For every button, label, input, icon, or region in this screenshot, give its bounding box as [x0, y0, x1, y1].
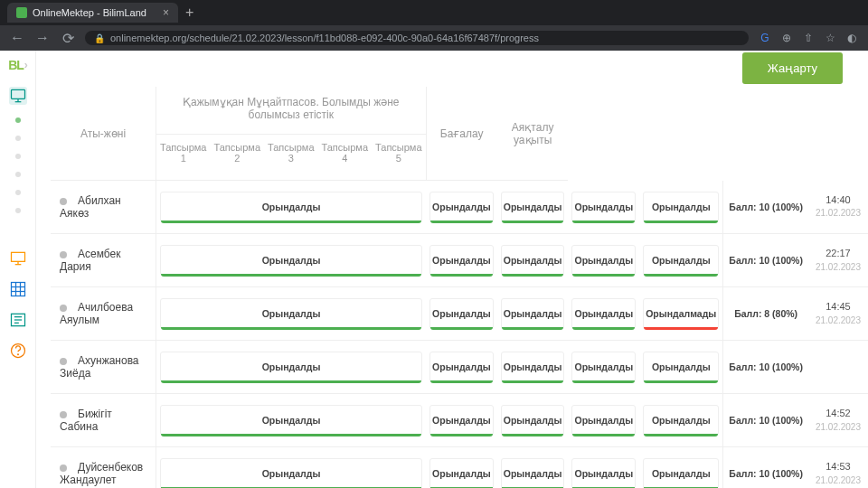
task-cell: Орындалды [497, 234, 569, 287]
tab-title: OnlineMektep - BilimLand [33, 7, 146, 18]
nav-dot[interactable] [15, 208, 21, 213]
logo[interactable]: BL › [8, 58, 27, 72]
task-cell: Орындалды [156, 181, 426, 234]
task-cell: Орындалды [156, 234, 426, 287]
table-row: Ачилбоева АяулымОрындалдыОрындалдыОрында… [51, 287, 868, 341]
task-badge[interactable]: Орындалды [501, 405, 565, 436]
name-header-label: Аты-жөні [51, 100, 156, 167]
url-input[interactable]: 🔒 onlinemektep.org/schedule/21.02.2023/l… [85, 31, 749, 45]
sidebar: BL › [0, 51, 36, 488]
nav-dot[interactable] [15, 190, 21, 195]
task-badge[interactable]: Орындалды [643, 245, 719, 276]
task-badge[interactable]: Орындалды [643, 192, 719, 222]
task-cell: Орындалды [639, 341, 723, 394]
task-cell: Орындалды [568, 341, 639, 394]
task-badge[interactable]: Орындалды [571, 298, 636, 329]
presentation-icon[interactable] [9, 249, 27, 267]
task-badge[interactable]: Орындалды [643, 405, 719, 436]
sidebar-nav-top [9, 87, 27, 213]
update-button[interactable]: Жаңарту [742, 52, 843, 84]
student-name: Бижігіт Сабина [60, 408, 112, 433]
monitor-icon[interactable] [9, 87, 27, 105]
task-badge[interactable]: Орындалды [501, 352, 565, 382]
task-badge[interactable]: Орындалды [501, 192, 565, 222]
svg-rect-3 [11, 252, 24, 261]
task-cell: Орындалды [639, 447, 723, 489]
address-bar: ← → ⟳ 🔒 onlinemektep.org/schedule/21.02.… [0, 25, 868, 51]
new-tab-button[interactable]: + [185, 5, 193, 21]
lesson-title-header: Қажымұқан Мұңайтпасов. Болымды және болы… [156, 87, 426, 181]
nav-dot[interactable] [15, 136, 21, 141]
student-name: Асембек Дария [60, 248, 120, 273]
news-icon[interactable] [9, 311, 27, 329]
extension-icons: G ⊕ ⇧ ☆ ◐ [758, 31, 859, 45]
task-badge[interactable]: Орындалды [501, 298, 565, 329]
status-dot-icon [60, 411, 67, 418]
url-text: onlinemektep.org/schedule/21.02.2023/les… [110, 33, 539, 43]
task-cell: Орындалды [568, 181, 639, 234]
status-dot-icon [60, 358, 67, 365]
share-icon[interactable]: ⇧ [801, 31, 816, 45]
task-badge[interactable]: Орындалды [429, 245, 494, 276]
time-cell: 14:4021.02.2023 [808, 181, 868, 234]
forward-icon[interactable]: → [34, 30, 51, 46]
svg-point-16 [17, 354, 18, 355]
student-name: Ахунжанова Зиёда [60, 354, 139, 380]
task-badge[interactable]: Орындалды [643, 352, 719, 382]
back-icon[interactable]: ← [9, 30, 25, 46]
task-header: Тапсырма 5 [372, 135, 426, 171]
task-badge[interactable]: Орындалды [429, 405, 494, 436]
time-cell: 14:4521.02.2023 [808, 287, 868, 341]
task-badge[interactable]: Орындалды [429, 352, 494, 382]
task-badge[interactable]: Орындалды [160, 458, 422, 488]
nav-dot-active[interactable] [15, 117, 21, 123]
table-row: Бижігіт СабинаОрындалдыОрындалдыОрындалд… [51, 394, 868, 447]
task-badge[interactable]: Орындалды [160, 298, 422, 329]
time-cell [808, 341, 868, 394]
name-cell: Абилхан Аякөз [51, 181, 156, 234]
google-icon[interactable]: G [758, 31, 772, 45]
table-body: Абилхан АякөзОрындалдыОрындалдыОрындалды… [51, 181, 868, 489]
help-icon[interactable] [9, 342, 27, 360]
task-cell: Орындалды [568, 234, 639, 287]
task-cell: Орындалды [568, 394, 639, 447]
reload-icon[interactable]: ⟳ [60, 30, 76, 46]
score-cell: Балл: 8 (80%) [723, 287, 808, 341]
task-badge[interactable]: Орындалды [571, 405, 636, 436]
task-badge[interactable]: Орындалды [160, 192, 422, 222]
nav-dot[interactable] [15, 154, 21, 159]
task-badge[interactable]: Орындалды [643, 458, 719, 488]
task-cell: Орындалды [497, 394, 569, 447]
status-dot-icon [60, 305, 67, 312]
task-badge[interactable]: Орындалды [501, 245, 565, 276]
task-cell: Орындалмады [639, 287, 723, 341]
task-badge[interactable]: Орындалды [429, 192, 494, 222]
task-cell: Орындалды [497, 287, 569, 341]
table-icon[interactable] [9, 280, 27, 298]
profile-icon[interactable]: ◐ [844, 31, 859, 45]
task-header: Тапсырма 1 [156, 135, 211, 171]
status-dot-icon [60, 198, 67, 205]
task-badge[interactable]: Орындалды [429, 298, 494, 329]
task-badge[interactable]: Орындалды [571, 352, 636, 382]
close-tab-icon[interactable]: × [163, 6, 169, 19]
task-badge[interactable]: Орындалды [160, 352, 422, 382]
task-badge[interactable]: Орындалды [429, 458, 494, 488]
status-dot-icon [60, 465, 67, 472]
task-badge[interactable]: Орындалды [571, 458, 636, 488]
browser-tab[interactable]: OnlineMektep - BilimLand × [7, 3, 178, 23]
sidebar-nav-bottom [9, 249, 27, 360]
svg-rect-6 [11, 283, 24, 296]
nav-dot[interactable] [15, 172, 21, 177]
lesson-title: Қажымұқан Мұңайтпасов. Болымды және болы… [156, 96, 426, 121]
star-icon[interactable]: ☆ [823, 31, 837, 45]
task-badge[interactable]: Орындалды [501, 458, 565, 488]
task-badge[interactable]: Орындалды [571, 192, 636, 222]
zoom-icon[interactable]: ⊕ [779, 31, 794, 45]
task-badge[interactable]: Орындалмады [643, 298, 719, 329]
table-header: Аты-жөні Қажымұқан Мұңайтпасов. Болымды … [51, 87, 868, 181]
task-badge[interactable]: Орындалды [160, 245, 422, 276]
task-badge[interactable]: Орындалды [571, 245, 636, 276]
task-cell: Орындалды [639, 181, 723, 234]
task-badge[interactable]: Орындалды [160, 405, 422, 436]
